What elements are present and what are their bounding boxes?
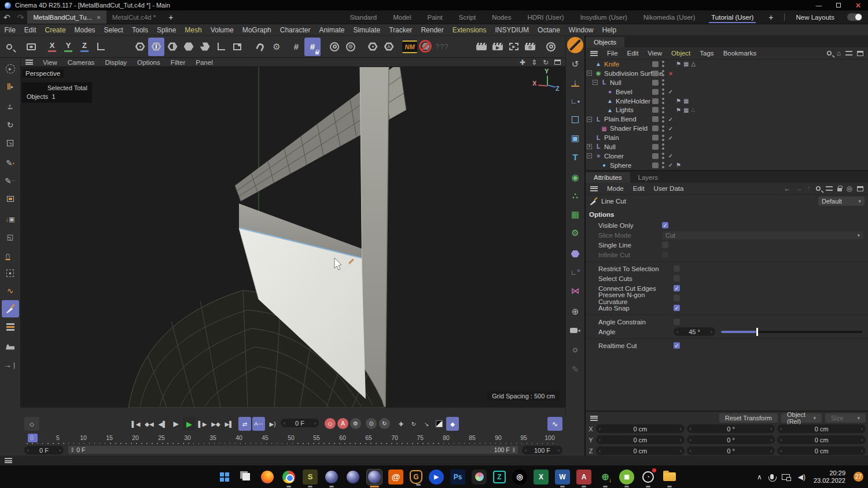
- rotate-tool[interactable]: ↻: [2, 116, 19, 134]
- menu-tracker[interactable]: Tracker: [385, 26, 417, 34]
- enabled-toggle-on[interactable]: ✓: [667, 88, 674, 95]
- home-icon[interactable]: ⌂: [837, 49, 841, 57]
- menu-window[interactable]: Window: [564, 26, 598, 34]
- angle-spinner[interactable]: ‹ 45 ° ›: [674, 327, 715, 336]
- menu-edit[interactable]: Edit: [20, 26, 41, 34]
- fields-button[interactable]: ⚙: [567, 224, 584, 242]
- scale-tool[interactable]: ↘: [2, 134, 19, 151]
- gravity-sketch-icon[interactable]: G: [410, 470, 422, 484]
- play-backwards-button[interactable]: ▶: [170, 417, 182, 431]
- tree-row-bevel[interactable]: ●Bevel ✓: [586, 87, 868, 97]
- tree-row-null-2[interactable]: + LNull: [586, 142, 868, 151]
- render-to-picture-viewer-button[interactable]: ▶: [490, 38, 506, 56]
- workplane-grid-button[interactable]: #: [288, 38, 304, 56]
- visibility-dots[interactable]: [662, 70, 664, 76]
- access-icon[interactable]: A: [576, 469, 591, 485]
- close-tab-icon[interactable]: ×: [97, 14, 100, 21]
- layout-tab-tutorial[interactable]: Tutorial (User): [703, 10, 762, 24]
- enabled-toggle-on[interactable]: ✓: [667, 162, 674, 168]
- cinema4d-icon-2[interactable]: [345, 469, 361, 485]
- position-z-field[interactable]: ‹0 cm›: [596, 446, 685, 455]
- axis-workplane-button[interactable]: ↺: [567, 56, 584, 73]
- range-end-handle[interactable]: ‖: [510, 446, 518, 453]
- previous-key-button[interactable]: ◆◀: [143, 417, 156, 431]
- rotation-z-field[interactable]: ‹0 °›: [687, 446, 775, 455]
- texture-tag-icon[interactable]: ▦: [683, 107, 689, 113]
- fz-app-icon[interactable]: Z: [493, 471, 506, 483]
- spline-primitive-button[interactable]: [567, 111, 584, 128]
- visibility-toggle[interactable]: [652, 144, 659, 150]
- render-view-button[interactable]: [473, 38, 490, 56]
- lock-icon[interactable]: [837, 188, 842, 191]
- snap-button[interactable]: [252, 38, 269, 56]
- viewport-menu-view[interactable]: View: [38, 59, 62, 66]
- select-cuts-checkbox[interactable]: ✓: [674, 275, 680, 282]
- close-button[interactable]: ✕: [848, 0, 868, 10]
- viewport-hamburger-icon[interactable]: [25, 60, 33, 65]
- viewport-menu-panel[interactable]: Panel: [190, 59, 218, 66]
- objects-menu-bookmarks[interactable]: Bookmarks: [719, 50, 762, 57]
- objects-menu-object[interactable]: Object: [667, 50, 695, 57]
- visibility-dots[interactable]: [662, 79, 664, 86]
- spin-left-icon[interactable]: ‹: [674, 329, 681, 335]
- nikomedia-plugin-button[interactable]: NM: [402, 38, 418, 56]
- selection-tag-icon[interactable]: ⚑: [676, 98, 681, 104]
- maximize-view-icon[interactable]: [554, 60, 561, 65]
- file-explorer-icon[interactable]: [662, 469, 677, 485]
- soft-selection-tool[interactable]: ●: [2, 264, 19, 282]
- menu-insydium[interactable]: INSYDIUM: [491, 26, 534, 34]
- play-mode-button[interactable]: A⋯: [252, 417, 265, 431]
- viewport-canvas[interactable]: Perspective Selected Total Objects 1 Gri…: [21, 67, 565, 408]
- restrict-to-selection-checkbox[interactable]: ✓: [674, 265, 680, 272]
- firefox-icon[interactable]: [260, 469, 275, 485]
- attributes-menu-mode[interactable]: Mode: [602, 185, 628, 192]
- subdivision-surface-button[interactable]: ◉: [567, 169, 584, 186]
- reset-transform-button[interactable]: Reset Transform: [719, 413, 778, 423]
- viewport-solo-button[interactable]: [365, 38, 381, 56]
- viewport-highlight-button[interactable]: A: [381, 38, 397, 56]
- range-end-field[interactable]: ‹100 F›: [522, 446, 562, 454]
- zoom-view-icon[interactable]: ⇕: [531, 58, 537, 66]
- visibility-dots[interactable]: [662, 61, 664, 67]
- play-forward-button[interactable]: ▶: [183, 417, 196, 431]
- redo-icon[interactable]: ↷: [14, 13, 28, 22]
- task-view-button[interactable]: [238, 469, 253, 485]
- visibility-dots[interactable]: [662, 162, 664, 168]
- rotate-view-icon[interactable]: ↻: [543, 58, 549, 66]
- angle-constrain-checkbox[interactable]: ✓: [674, 319, 680, 325]
- selection-tag-icon[interactable]: ⚑: [676, 107, 681, 113]
- tree-row-lights[interactable]: ▲Lights ⚑▦∴: [586, 105, 868, 114]
- up-arrow-icon[interactable]: ↑: [807, 184, 811, 193]
- loop-playback-button[interactable]: ⇄: [238, 417, 251, 431]
- cast-display-icon[interactable]: [782, 474, 790, 480]
- position-y-field[interactable]: ‹0 cm›: [596, 435, 685, 444]
- tab-objects[interactable]: Objects: [586, 37, 624, 47]
- null-axis-button[interactable]: ∟°: [567, 264, 584, 281]
- add-layout-button[interactable]: +: [762, 13, 780, 22]
- render-settings-button[interactable]: ⚙: [522, 38, 538, 56]
- layout-tab-model[interactable]: Model: [385, 10, 419, 24]
- menu-render[interactable]: Render: [417, 26, 448, 34]
- realtime-cut-checkbox[interactable]: ✓: [674, 342, 680, 349]
- edges-mode-button[interactable]: [148, 38, 164, 56]
- visibility-dots[interactable]: [662, 143, 664, 150]
- houdini-icon[interactable]: @: [388, 469, 403, 485]
- keyframe-diamond-button[interactable]: ◇: [24, 417, 39, 431]
- options-section-header[interactable]: Options: [586, 208, 868, 220]
- preset-dropdown[interactable]: Default▾: [818, 197, 865, 206]
- visibility-dots[interactable]: [662, 153, 664, 159]
- layout-tab-script[interactable]: Script: [451, 10, 484, 24]
- tree-row-knife[interactable]: ▲Knife ⚑▦△: [586, 60, 868, 69]
- range-start-field[interactable]: ‹0 F›: [24, 446, 64, 454]
- back-arrow-icon[interactable]: ←: [784, 184, 791, 193]
- visibility-dots[interactable]: [662, 116, 664, 123]
- collapse-icon[interactable]: −: [593, 80, 598, 85]
- speaker-icon[interactable]: ◀): [798, 473, 806, 481]
- rotation-x-field[interactable]: ‹0 °›: [687, 424, 775, 433]
- key-rotation-button[interactable]: ↻: [408, 417, 420, 431]
- octane-disabled-icon[interactable]: [567, 37, 583, 53]
- bevel-tool[interactable]: ∩▬: [2, 246, 19, 264]
- objects-menu-edit[interactable]: Edit: [623, 50, 643, 57]
- key-position-button[interactable]: ✚: [395, 417, 407, 431]
- lock-workplane-button[interactable]: #: [304, 38, 321, 56]
